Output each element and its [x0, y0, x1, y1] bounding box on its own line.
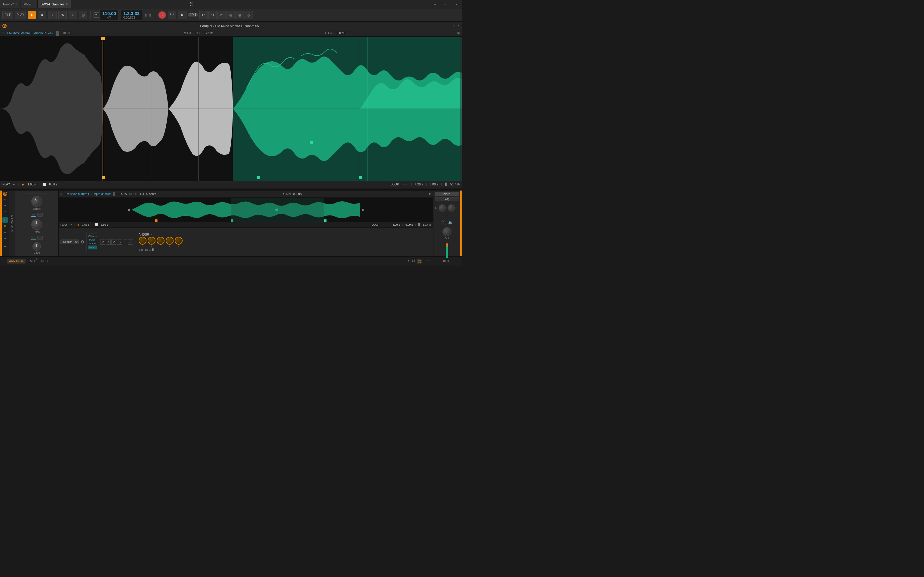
file-button[interactable]: FILE [2, 11, 13, 19]
speaker-icon[interactable]: 🔈 [448, 220, 453, 226]
shape-btn-4[interactable]: ↘ [117, 240, 122, 245]
sampler-dots-icon[interactable]: ⋮ [3, 250, 8, 255]
expand-icon[interactable]: ⤢ [452, 24, 455, 27]
ahdsr-a-knob[interactable] [139, 237, 147, 245]
start-marker[interactable] [102, 176, 105, 179]
info-icon[interactable]: ℹ [2, 259, 3, 263]
loop-start-marker[interactable] [257, 176, 260, 179]
select-knob[interactable] [29, 194, 44, 209]
sampler-grid-btn[interactable]: ⊞ [429, 192, 431, 196]
bottom-right-icon-3[interactable]: ⋮ [451, 259, 454, 264]
bottom-orange-icon[interactable]: ▢ [417, 259, 422, 264]
tempo-display[interactable]: 110.00 4/4 [100, 10, 119, 21]
add-channel-icon[interactable]: + [446, 213, 448, 218]
cycle-button[interactable]: ⟲ [58, 11, 67, 19]
transport-play2[interactable]: ▶ [178, 11, 186, 19]
win-close-button[interactable]: × [451, 0, 462, 8]
offsets-play-btn[interactable]: PLAY [88, 238, 97, 242]
ahdsr-r-knob[interactable] [175, 237, 183, 245]
toggle-arrow-1[interactable]: → [37, 213, 43, 217]
offsets-loop-btn[interactable]: LOOP [88, 242, 97, 245]
waveform-display[interactable] [0, 37, 462, 181]
help-icon[interactable]: ? [441, 220, 446, 226]
shape-btn-2[interactable]: ∧ [106, 240, 111, 245]
add-button[interactable]: + [158, 11, 166, 19]
shape-btn-6[interactable]: ⤢ [128, 240, 133, 245]
bottom-right-icon-2[interactable]: ≡ [447, 259, 449, 264]
bottom-right-icon-1[interactable]: ⊞ [443, 259, 446, 264]
play-label-button[interactable]: PLAY [15, 11, 26, 19]
offsets-len-btn[interactable]: LEN [88, 245, 97, 250]
position-display[interactable]: 1.2.3.33 0:00.863 [121, 10, 142, 21]
bottom-bars-icon[interactable]: ⋮⋮⋮ [423, 259, 433, 264]
loop-end-marker[interactable] [359, 176, 362, 179]
record-button[interactable]: ● [48, 11, 57, 19]
add-sampler-icon[interactable]: + [3, 244, 8, 249]
out-knob[interactable] [443, 227, 451, 236]
overdub-button[interactable]: + [69, 11, 77, 19]
settings-icon[interactable]: ⚙ [81, 240, 84, 244]
win-minimize-button[interactable]: ─ [430, 0, 440, 8]
shape-btn-1[interactable]: ↗ [100, 240, 105, 245]
tab-mpe[interactable]: MPE × [21, 0, 37, 8]
loop-marker-mid[interactable] [310, 141, 313, 144]
sampler-waveform-display[interactable]: ◀ ▶ [59, 198, 433, 222]
loop-back-icon[interactable]: ⇧ [144, 13, 148, 18]
tab-mpe-close[interactable]: × [32, 2, 34, 6]
edit-tab[interactable]: EDIT [39, 259, 50, 264]
ahdsr-s-knob[interactable] [166, 237, 174, 245]
ahdsr-h-knob[interactable] [148, 237, 155, 245]
pan-r-knob[interactable] [447, 205, 455, 211]
metronome-icon[interactable]: ≡ [94, 12, 99, 18]
arrow-icon[interactable]: → [3, 209, 8, 214]
stop-button[interactable]: ■ [38, 11, 46, 19]
pan-l-knob[interactable] [439, 205, 446, 211]
ahdsr-dropdown-icon[interactable]: ▾ [150, 233, 152, 236]
loop-fwd-icon[interactable]: ⇧ [148, 13, 152, 18]
close-editor-icon[interactable]: × [458, 24, 460, 27]
toggle-arrow-2[interactable]: → [37, 236, 43, 240]
grid-icon[interactable]: ⊞ [457, 32, 460, 35]
ahdsr-d-knob[interactable] [157, 237, 165, 245]
edit-button[interactable]: EDIT [188, 13, 198, 16]
redo-button[interactable]: ↪ [208, 11, 217, 19]
bottom-connect-icon[interactable]: ⛓ [412, 259, 415, 264]
arrow2-icon[interactable]: → [3, 236, 8, 241]
fx-tab[interactable]: FX [435, 197, 459, 201]
shape-btn-3[interactable]: ↗ [111, 240, 116, 245]
mixer-button[interactable]: ⋮⋮ [168, 11, 176, 19]
copy-button[interactable]: ⎘ [226, 11, 235, 19]
wave-icon[interactable]: ≋ [3, 197, 8, 202]
repitch-select[interactable]: Repitch [60, 240, 79, 244]
paste2-button[interactable]: ⎙ [244, 11, 253, 19]
shape-btn-5[interactable]: ~ [123, 240, 127, 244]
sampler-grid-icon[interactable]: ⊞ [2, 217, 8, 223]
bottom-right-icon-4[interactable]: ⋮ [456, 259, 460, 264]
cut-button[interactable]: ✂ [218, 11, 226, 19]
tab-new2-close[interactable]: × [15, 2, 17, 6]
power-button[interactable]: ⏻ [2, 24, 6, 28]
sampler-power-button[interactable]: ⏻ [3, 192, 7, 196]
pitch-knob[interactable] [31, 219, 42, 230]
mix-tab[interactable]: MIX [28, 259, 37, 264]
sampler-type-icon[interactable]: ⊞ [3, 224, 8, 229]
ahdsr-arrow[interactable]: → [134, 240, 137, 244]
note-tab[interactable]: Note [435, 192, 459, 196]
paste-button[interactable]: ⎗ [236, 11, 244, 19]
tab-new2[interactable]: New 2* × [0, 0, 21, 8]
undo-button[interactable]: ↩ [199, 11, 208, 19]
arrange-tab[interactable]: ARRANGE [7, 259, 26, 264]
connect-icon[interactable]: ⊸ [3, 203, 8, 208]
win-maximize-button[interactable]: ▫ [440, 0, 451, 8]
instrument-dots-icon[interactable]: ⋮ [34, 264, 39, 267]
glide-knob[interactable] [32, 242, 41, 251]
toggle-blue-1[interactable]: ⊸ [31, 213, 36, 217]
toggle-blue-2[interactable]: ⊸ [31, 236, 36, 240]
tab-bws4-close[interactable]: × [66, 2, 68, 6]
play-button[interactable]: ▶ [27, 11, 36, 19]
bottom-link-icon[interactable]: ⚭ [407, 259, 410, 264]
midi-button[interactable]: ▤ [79, 11, 87, 19]
tab-bws4[interactable]: BWS4_Sampler × [37, 0, 71, 8]
connect2-icon[interactable]: ⊸ [3, 230, 8, 235]
play-back-icon[interactable]: ↩ [13, 183, 15, 186]
